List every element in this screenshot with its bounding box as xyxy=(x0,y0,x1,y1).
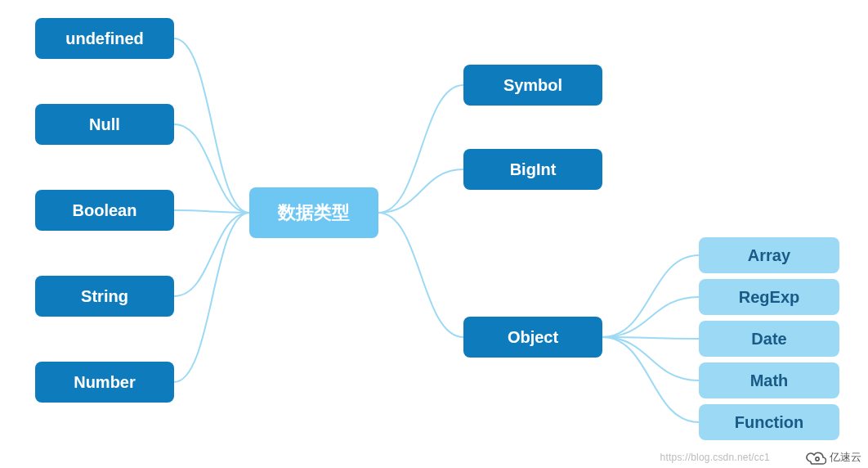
node-label: Math xyxy=(750,371,789,390)
node-label: BigInt xyxy=(510,160,557,179)
node-label: RegExp xyxy=(739,288,799,307)
node-label: Null xyxy=(89,115,120,134)
watermark-text: https://blog.csdn.net/cc1 xyxy=(660,452,770,463)
node-label: Function xyxy=(735,413,803,432)
node-date: Date xyxy=(699,321,839,357)
node-label: Object xyxy=(508,328,558,347)
node-object: Object xyxy=(463,317,602,358)
node-label: Boolean xyxy=(73,201,137,220)
node-undefined: undefined xyxy=(35,18,174,59)
node-null: Null xyxy=(35,104,174,145)
node-label: Symbol xyxy=(503,76,562,95)
node-label: Number xyxy=(74,373,136,392)
node-function: Function xyxy=(699,404,839,440)
node-bigint: BigInt xyxy=(463,149,602,190)
node-label: Date xyxy=(751,330,786,349)
node-array: Array xyxy=(699,237,839,273)
node-number: Number xyxy=(35,362,174,403)
node-regexp: RegExp xyxy=(699,279,839,315)
root-node-data-types: 数据类型 xyxy=(249,187,378,238)
node-math: Math xyxy=(699,362,839,398)
node-label: String xyxy=(81,287,128,306)
node-label: Array xyxy=(748,246,790,265)
root-node-label: 数据类型 xyxy=(278,200,350,225)
svg-point-0 xyxy=(816,457,819,461)
node-boolean: Boolean xyxy=(35,190,174,231)
node-symbol: Symbol xyxy=(463,65,602,106)
node-label: undefined xyxy=(65,29,144,48)
cloud-icon xyxy=(805,450,826,465)
brand-label: 亿速云 xyxy=(830,450,861,465)
node-string: String xyxy=(35,276,174,317)
brand-badge: 亿速云 xyxy=(805,450,861,465)
